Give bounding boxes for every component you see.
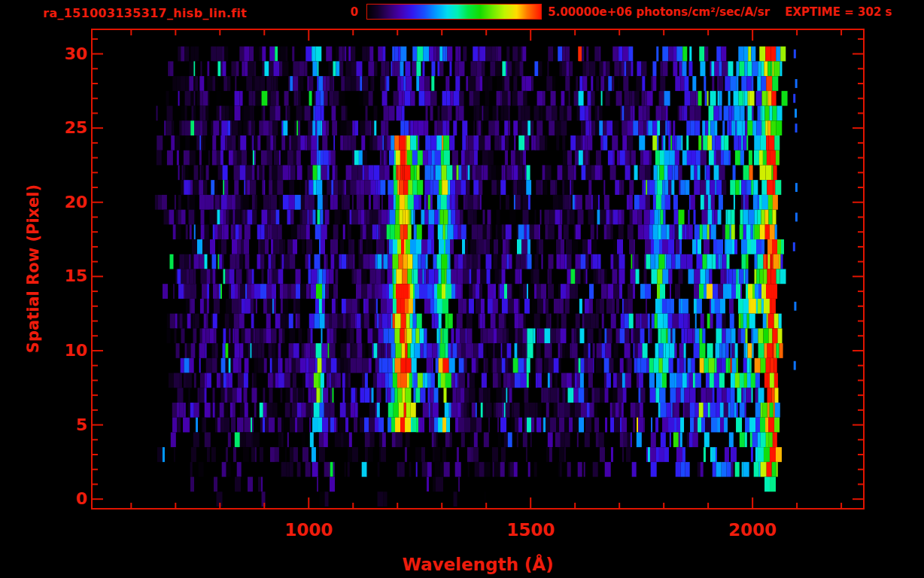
colorbar xyxy=(366,4,542,20)
colorbar-max-label: 5.00000e+06 photons/cm²/sec/A/sr xyxy=(548,5,770,19)
y-tick-label: 15 xyxy=(0,266,87,286)
file-title: ra_151003135317_hisb_lin.fit xyxy=(43,6,247,20)
plot-frame xyxy=(91,29,865,510)
spectral-image-viewer: ra_151003135317_hisb_lin.fit 0 5.00000e+… xyxy=(0,0,924,578)
exptime-label: EXPTIME = 302 s xyxy=(785,5,892,19)
x-axis-title: Wavelength (Å) xyxy=(327,555,628,574)
y-tick-label: 25 xyxy=(0,118,87,138)
y-tick-label: 30 xyxy=(0,44,87,64)
y-tick-label: 0 xyxy=(0,489,87,509)
y-tick-label: 20 xyxy=(0,193,87,212)
x-tick-label: 1500 xyxy=(485,520,576,540)
colorbar-min-label: 0 xyxy=(328,5,358,19)
x-tick-label: 2000 xyxy=(707,520,798,540)
x-tick-label: 1000 xyxy=(263,520,354,540)
spectrogram-image xyxy=(93,30,863,508)
y-tick-label: 5 xyxy=(0,415,87,435)
y-tick-label: 10 xyxy=(0,341,87,360)
